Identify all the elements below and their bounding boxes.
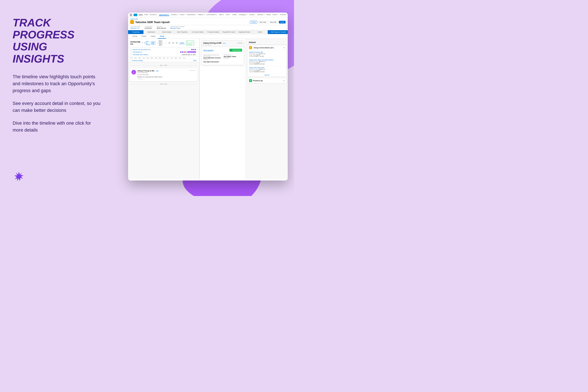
timeline-panel: TATOOYNE CO. ✎ ⚙ Filter by person Calls … xyxy=(128,39,200,180)
detail-card-header: Galaxy Pricing w/ Bill 21m 7:04 PM ● som… xyxy=(202,41,244,47)
stage-perception[interactable]: Perception Analysis xyxy=(206,30,221,34)
stage-negotiation[interactable]: Negotiation/Review xyxy=(237,30,252,34)
timeline-checkbox-2[interactable] xyxy=(130,51,132,53)
activity-title-1[interactable]: Galaxy Pricing w/ Bill xyxy=(137,70,154,72)
related-item-pilot[interactable]: Galaxy Pilot Discussion Primary Account … xyxy=(247,66,286,74)
description-text-1: The timeline view highlights touch point… xyxy=(13,73,101,94)
date-divider-1: Mar 7, 2021 xyxy=(130,65,198,66)
related-item-next-steps[interactable]: Galaxy Next Steps and Differentiation Pr… xyxy=(247,58,286,66)
dot-purple-1 xyxy=(191,49,193,50)
time-tab-1m[interactable]: 1M xyxy=(168,42,171,44)
nav-calendar[interactable]: Calendar ∨ xyxy=(257,14,264,16)
time-tab-today[interactable]: TODAY xyxy=(179,42,185,44)
nav-contacts[interactable]: Contacts ∨ xyxy=(171,14,178,16)
stage-prospecting[interactable]: Prospecting xyxy=(128,30,144,34)
date-prev-btn[interactable]: ‹ xyxy=(157,42,158,44)
nav-dashboards[interactable]: Dashboards ∨ xyxy=(187,14,197,16)
activity-badge-1: 21m xyxy=(155,70,159,72)
nav-campaigns[interactable]: Campaigns ∨ xyxy=(239,14,247,16)
left-content-panel: TRACK PROGRESS USING INSIGHTS The timeli… xyxy=(13,17,101,139)
participant-name-left: Laura Cabreesen, Account xyxy=(203,57,222,58)
filter-by-person-btn[interactable]: ⚙ Filter by person xyxy=(144,41,151,45)
description-block-3: Dive into the timeline with one click fo… xyxy=(13,120,101,134)
detail-time: 7:04 PM xyxy=(237,42,242,44)
nav-reports[interactable]: Reports ∨ xyxy=(198,14,205,16)
view-transcript-btn[interactable]: View Transcript xyxy=(203,50,213,51)
timeline-checkbox-1[interactable] xyxy=(130,49,132,50)
nav-tasks[interactable]: Tasks ∨ xyxy=(219,14,224,16)
detail-card: Galaxy Pricing w/ Bill 21m 7:04 PM ● som… xyxy=(201,40,244,65)
time-tab-6m[interactable]: 6M xyxy=(175,42,179,44)
dot-purple-2b xyxy=(182,52,183,53)
nav-groups[interactable]: Groups ∨ xyxy=(249,14,255,16)
date-divider-2: Mar 9, 2021 xyxy=(130,83,198,85)
stage-closed[interactable]: Closed xyxy=(252,30,268,34)
time-tab-3m[interactable]: 3M xyxy=(172,42,175,44)
date-next-btn[interactable]: › xyxy=(166,42,167,44)
stage-needs-analysis[interactable]: Needs Analysis xyxy=(159,30,175,34)
topics-title: Top Topics Discussed xyxy=(203,61,242,62)
nav-cases[interactable]: Cases ∨ xyxy=(272,14,278,16)
stage-decision-makers[interactable]: Id. Decision Makers xyxy=(190,30,206,34)
timeline-row-name-1[interactable]: GALAXY INC ACCOUNT PIL... xyxy=(133,49,191,50)
nav-accounts[interactable]: Accounts ∨ xyxy=(150,14,158,16)
tab-details[interactable]: Details xyxy=(140,34,149,38)
timeline-checkbox-3[interactable] xyxy=(130,54,132,56)
nav-chatter[interactable]: Chatter xyxy=(232,14,237,16)
detail-card-panel: Galaxy Pricing w/ Bill 21m 7:04 PM ● som… xyxy=(200,39,246,180)
expand-icon-1[interactable]: › xyxy=(197,49,197,50)
opportunity-header: Opportunity Tatooine SDR Team Upsell Fol… xyxy=(128,17,288,25)
tab-activity[interactable]: Activity xyxy=(130,34,140,38)
related-item-galaxy-pricing[interactable]: Galaxy Pricing w/ Bill Primary Account T… xyxy=(247,50,286,58)
title-line1: TRACK PROGRESS xyxy=(13,16,75,41)
timeline-header: TATOOYNE CO. ✎ ⚙ Filter by person Calls … xyxy=(128,39,199,48)
products-icon: P xyxy=(249,79,252,82)
new-note-button[interactable]: New Note xyxy=(269,21,278,24)
tab-gong[interactable]: Gong xyxy=(158,34,166,38)
expand-icon-2[interactable]: › xyxy=(197,52,197,53)
activity-card-1: L Galaxy Pricing w/ Bill 21m 7:04 am PST… xyxy=(130,68,198,81)
stage-qualification[interactable]: Qualification xyxy=(144,30,159,34)
nav-leads[interactable]: Leads ∨ xyxy=(180,14,185,16)
nav-home[interactable]: Home xyxy=(144,14,148,16)
gong-logo xyxy=(13,171,25,184)
timeline-amount: $150,000 Apr 14, 2021 xyxy=(182,54,196,56)
dot-blue-1 xyxy=(195,49,196,50)
clone-button[interactable]: Clone xyxy=(279,21,286,24)
timeline-edit-icon[interactable]: ✎ xyxy=(142,42,143,44)
mark-stage-button[interactable]: ✓ Mark Stage as Complete xyxy=(268,30,288,34)
filter-icon: ⚙ xyxy=(144,42,146,44)
stage-proposal[interactable]: Proposal/Price Quote xyxy=(221,30,237,34)
nav-conversations[interactable]: Conversations ∨ xyxy=(206,14,217,16)
follow-button[interactable]: Follow xyxy=(250,21,257,24)
app-grid-icon[interactable] xyxy=(130,14,132,16)
gong-conversations-header[interactable]: G Gong Conversations (3+) ∨ xyxy=(247,45,286,50)
go-to-call-btn[interactable]: 📞 GO TO CALL xyxy=(229,49,242,52)
related-item-started-3: Started 6/25/2020, 8:04 AM xyxy=(249,71,285,72)
timeline-row-1: GALAXY INC ACCOUNT PIL... › xyxy=(130,48,197,51)
next-activity-btn[interactable]: Next › xyxy=(193,60,197,61)
salesforce-logo xyxy=(134,14,137,16)
nav-people[interactable]: People xyxy=(266,14,271,16)
calls-only-badge[interactable]: Calls only xyxy=(150,41,155,45)
nav-opportunities[interactable]: Opportunities ∨ xyxy=(159,14,169,16)
tab-chatter[interactable]: Chatter xyxy=(149,34,158,38)
timeline-row-name-3[interactable]: TATOOINE SDR TEAM U... xyxy=(133,54,181,56)
date-range-label: Sep 2, 2020 - Sep 8, 2021 xyxy=(159,40,165,46)
opp-icon xyxy=(130,20,134,24)
timeline-row-name-2[interactable]: TATOOINE CO. xyxy=(133,52,179,53)
nav-files[interactable]: Files ∨ xyxy=(226,14,230,16)
timeline-more-icon[interactable]: ⋮ xyxy=(195,42,197,44)
account-name-value[interactable]: Tatooine Co. xyxy=(130,27,141,29)
stage-value-prop[interactable]: Value Proposition xyxy=(175,30,190,34)
nav-forecasts[interactable]: Forecasts xyxy=(280,14,286,16)
owner-value[interactable]: Michael Scott xyxy=(170,27,185,29)
products-header[interactable]: P Products (0) ∨ xyxy=(247,78,286,83)
view-all-link[interactable]: View All xyxy=(247,74,286,76)
prev-activity-btn[interactable]: ← Previous activity xyxy=(130,60,143,61)
new-case-button[interactable]: New Case xyxy=(258,21,268,24)
app-name: Sales xyxy=(139,14,143,16)
main-title: TRACK PROGRESS USING INSIGHTS xyxy=(13,17,101,65)
expand-icon-3[interactable]: › xyxy=(197,54,197,56)
timeline-navigation: ← Previous activity Next › xyxy=(128,59,199,62)
